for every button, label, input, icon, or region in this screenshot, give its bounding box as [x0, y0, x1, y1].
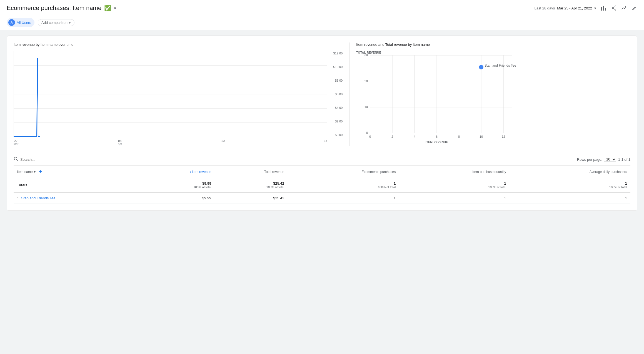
svg-line-6 — [613, 7, 615, 8]
date-range-dropdown[interactable]: ▾ — [594, 6, 596, 10]
all-users-segment[interactable]: A All Users — [7, 18, 34, 27]
scatter-dot — [479, 65, 483, 69]
svg-point-5 — [612, 7, 613, 9]
svg-text:8: 8 — [458, 135, 460, 138]
svg-text:4: 4 — [414, 135, 415, 138]
svg-text:12: 12 — [502, 135, 505, 138]
pagination: Rows per page: 10 25 50 1-1 of 1 — [577, 157, 630, 162]
date-range-value: Mar 25 - Apr 21, 2022 — [557, 6, 592, 10]
rows-per-page-label: Rows per page: — [577, 157, 602, 162]
edit-icon[interactable] — [632, 5, 637, 11]
col-item-revenue[interactable]: ↓Item revenue — [137, 166, 214, 178]
svg-rect-2 — [605, 8, 606, 11]
search-box — [14, 157, 76, 162]
scatter-chart-title: Item revenue and Total revenue by Item n… — [356, 42, 630, 47]
totals-item-purchase-quantity: 1 100% of total — [399, 178, 510, 193]
item-name-filter-icon[interactable]: ▾ — [34, 170, 36, 174]
add-column-button[interactable]: + — [39, 169, 42, 175]
col-item-name: Item name ▾ + — [14, 166, 137, 178]
svg-text:0: 0 — [366, 131, 368, 134]
svg-rect-0 — [601, 7, 602, 11]
row-item-name[interactable]: Stan and Friends Tee — [21, 196, 55, 200]
line-chart-svg — [14, 51, 327, 137]
y-label-5: $2.00 — [335, 120, 343, 123]
y-label-6: $0.00 — [335, 133, 343, 137]
charts-section: Item revenue by Item name over time $12.… — [14, 42, 630, 146]
x-label-3: 17 — [324, 139, 327, 145]
title-dropdown-arrow[interactable]: ▾ — [114, 6, 116, 11]
scatter-dot-label: Stan and Friends Tee — [485, 64, 516, 67]
y-label-1: $10.00 — [333, 65, 343, 69]
chart-divider — [349, 42, 350, 146]
totals-avg-daily-purchasers: 1 100% of total — [510, 178, 630, 193]
totals-ecommerce-purchases: 1 100% of total — [288, 178, 399, 193]
svg-point-4 — [615, 9, 616, 10]
main-content: Item revenue by Item name over time $12.… — [0, 30, 644, 216]
header-icons — [601, 5, 637, 11]
add-comparison-label: Add comparison — [41, 21, 68, 25]
svg-rect-1 — [603, 6, 604, 11]
date-range: Last 28 days Mar 25 - Apr 21, 2022 ▾ — [535, 6, 596, 10]
status-icon: ✅ — [104, 5, 111, 11]
col-ecommerce-purchases[interactable]: Ecommerce purchases — [288, 166, 399, 178]
svg-text:2: 2 — [391, 135, 393, 138]
row-item-purchase-quantity: 1 — [399, 192, 510, 204]
date-range-label: Last 28 days — [535, 6, 555, 10]
row-ecommerce-purchases: 1 — [288, 192, 399, 204]
table-header-row: Item name ▾ + ↓Item revenue Total revenu… — [14, 166, 630, 178]
header-right: Last 28 days Mar 25 - Apr 21, 2022 ▾ — [535, 5, 637, 11]
y-label-2: $8.00 — [335, 79, 343, 82]
header: Ecommerce purchases: Item name ✅ ▾ Last … — [0, 0, 644, 15]
svg-text:10: 10 — [480, 135, 483, 138]
search-input[interactable] — [20, 157, 76, 162]
svg-point-42 — [14, 157, 17, 160]
x-label-1: 03 Apr — [118, 139, 122, 145]
row-rank-name: 1 Stan and Friends Tee — [14, 192, 137, 204]
main-card: Item revenue by Item name over time $12.… — [7, 36, 637, 211]
page-title: Ecommerce purchases: Item name — [7, 4, 101, 12]
y-label-4: $4.00 — [335, 106, 343, 109]
item-name-col-label: Item name — [17, 170, 33, 174]
add-comparison-icon: + — [69, 21, 71, 25]
svg-text:20: 20 — [365, 79, 368, 83]
scatter-chart-area: TOTAL REVENUE — [356, 51, 630, 146]
rows-per-page: Rows per page: 10 25 50 — [577, 157, 616, 162]
svg-text:10: 10 — [365, 105, 368, 109]
add-comparison-button[interactable]: Add comparison + — [38, 19, 74, 26]
table-header: Item name ▾ + ↓Item revenue Total revenu… — [14, 166, 630, 178]
scatter-y-axis-label: TOTAL REVENUE — [356, 51, 381, 54]
segment-bar: A All Users Add comparison + — [0, 15, 644, 30]
col-avg-daily-purchasers[interactable]: Average daily purchasers — [510, 166, 630, 178]
totals-total-revenue: $25.42 100% of total — [214, 178, 288, 193]
col-total-revenue[interactable]: Total revenue — [214, 166, 288, 178]
x-label-2: 10 — [221, 139, 224, 145]
table-body: Totals $9.99 100% of total $25.42 100% o… — [14, 178, 630, 204]
x-axis: 27 Mar 03 Apr 10 17 — [14, 137, 327, 145]
svg-line-43 — [17, 160, 18, 161]
scatter-chart-svg: 0 10 20 30 0 2 4 6 8 10 12 ITEM REVENUE — [356, 51, 630, 145]
table-section: Rows per page: 10 25 50 1-1 of 1 — [14, 153, 630, 204]
rows-per-page-select[interactable]: 10 25 50 — [604, 157, 616, 162]
line-chart-area: $12.00 $10.00 $8.00 $6.00 $4.00 $2.00 $0… — [14, 51, 343, 145]
row-item-revenue: $9.99 — [137, 192, 214, 204]
row-total-revenue: $25.42 — [214, 192, 288, 204]
row-avg-daily-purchasers: 1 — [510, 192, 630, 204]
segment-avatar: A — [8, 19, 15, 26]
data-table: Item name ▾ + ↓Item revenue Total revenu… — [14, 166, 630, 204]
scatter-chart-container: Item revenue and Total revenue by Item n… — [356, 42, 630, 146]
svg-line-7 — [613, 8, 615, 9]
svg-text:0: 0 — [369, 135, 371, 138]
x-label-0: 27 Mar — [14, 139, 18, 145]
trend-icon[interactable] — [621, 5, 627, 11]
svg-text:ITEM REVENUE: ITEM REVENUE — [426, 141, 448, 144]
line-chart-title: Item revenue by Item name over time — [14, 42, 343, 47]
header-left: Ecommerce purchases: Item name ✅ ▾ — [7, 4, 116, 12]
chart-type-icon[interactable] — [601, 5, 607, 11]
totals-row: Totals $9.99 100% of total $25.42 100% o… — [14, 178, 630, 193]
svg-point-3 — [615, 6, 616, 7]
svg-text:6: 6 — [436, 135, 438, 138]
table-row: 1 Stan and Friends Tee $9.99 $25.42 1 1 … — [14, 192, 630, 204]
share-icon[interactable] — [611, 5, 617, 11]
totals-item-revenue: $9.99 100% of total — [137, 178, 214, 193]
col-item-purchase-quantity[interactable]: Item purchase quantity — [399, 166, 510, 178]
